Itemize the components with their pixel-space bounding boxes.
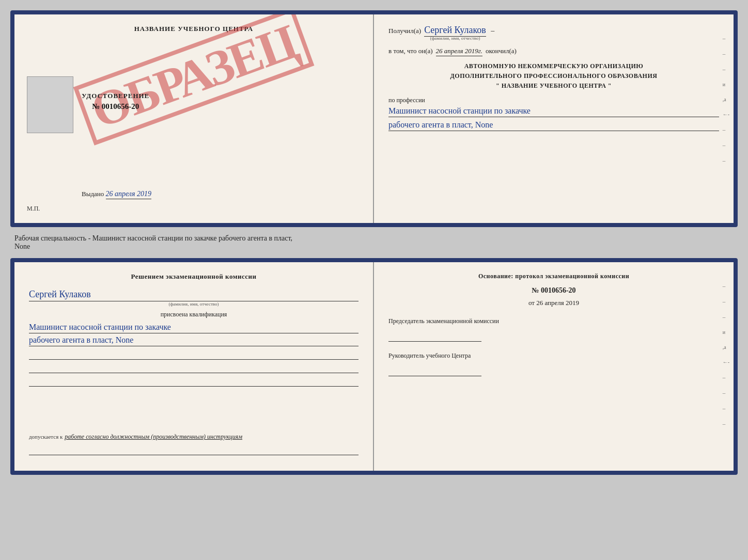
- ot-date-value: 26 апреля 2019: [536, 299, 579, 307]
- bottom-doc-left: Решением экзаменационной комиссии Сергей…: [14, 262, 374, 471]
- stamp-overlay: ОБРАЗЕЦ: [73, 14, 315, 146]
- top-doc-title: НАЗВАНИЕ УЧЕБНОГО ЦЕНТРА: [27, 25, 361, 33]
- dopuskaetsya-blank-line: [29, 445, 359, 455]
- middle-text-line1: Рабочая специальность - Машинист насосно…: [14, 234, 292, 242]
- bottom-fio-hint: (фамилия, имя, отчество): [29, 301, 359, 307]
- okoncil-text: окончил(а): [486, 47, 517, 55]
- vydano-line: Выдано 26 апреля 2019: [82, 190, 151, 198]
- blank-line-1: [29, 349, 359, 360]
- org-line1: АВТОНОМНУЮ НЕКОММЕРЧЕСКУЮ ОРГАНИЗАЦИЮ: [388, 61, 719, 71]
- protocol-num: № 0010656-20: [388, 286, 719, 295]
- dopuskaetsya-prefix: допускается к: [29, 434, 63, 440]
- udostoverenie-block: УДОСТОВЕРЕНИЕ № 0010656-20: [82, 92, 149, 111]
- org-name: " НАЗВАНИЕ УЧЕБНОГО ЦЕНТРА ": [388, 81, 719, 91]
- top-document: НАЗВАНИЕ УЧЕБНОГО ЦЕНТРА ОБРАЗЕЦ УДОСТОВ…: [10, 10, 738, 227]
- poluchil-line: Получил(а) Сергей Кулаков (фамилия, имя,…: [388, 25, 719, 41]
- blank-line-3: [29, 376, 359, 387]
- chairman-sig-line: [388, 329, 481, 342]
- dash-separator: –: [489, 27, 495, 35]
- vtom-date: 26 апреля 2019г.: [436, 47, 482, 56]
- photo-placeholder: [27, 76, 73, 133]
- poluchil-label: Получил(а): [388, 27, 421, 35]
- profession-line1: Машинист насосной станции по закачке: [388, 106, 719, 117]
- blank-lines: [29, 349, 359, 387]
- prisvoena-text: присвоена квалификация: [29, 311, 359, 318]
- rukovoditel-block: Руководитель учебного Центра: [388, 352, 719, 376]
- rukovoditel-label: Руководитель учебного Центра: [388, 352, 719, 360]
- kvalif-line1: Машинист насосной станции по закачке: [29, 323, 359, 333]
- bottom-doc-right: Основание: протокол экзаменационной коми…: [374, 262, 734, 471]
- vtom-label: в том, что он(а): [388, 47, 433, 55]
- mp-label: М.П.: [27, 205, 40, 213]
- rukovoditel-sig-line: [388, 364, 481, 376]
- right-edge-lines: – – – и ,а ←- – – –: [723, 35, 729, 164]
- middle-text-line2: None: [14, 243, 30, 250]
- page-wrapper: НАЗВАНИЕ УЧЕБНОГО ЦЕНТРА ОБРАЗЕЦ УДОСТОВ…: [10, 10, 738, 475]
- dopuskaetsya-line: допускается к работе согласно должностны…: [29, 431, 359, 441]
- dopuskaetsya-block: допускается к работе согласно должностны…: [29, 431, 359, 458]
- chairman-block: Председатель экзаменационной комиссии: [388, 317, 719, 342]
- org-line2: ДОПОЛНИТЕЛЬНОГО ПРОФЕССИОНАЛЬНОГО ОБРАЗО…: [388, 71, 719, 81]
- fio-hint: (фамилия, имя, отчество): [424, 36, 486, 41]
- top-doc-left: НАЗВАНИЕ УЧЕБНОГО ЦЕНТРА ОБРАЗЕЦ УДОСТОВ…: [14, 14, 374, 223]
- osnovanie-text: Основание: протокол экзаменационной коми…: [388, 273, 719, 280]
- po-professii-label: по профессии: [388, 97, 719, 104]
- vtom-line: в том, что он(а) 26 апреля 2019г. окончи…: [388, 47, 719, 56]
- resheniem-text: Решением экзаменационной комиссии: [29, 273, 359, 281]
- profession-line2: рабочего агента в пласт, None: [388, 120, 719, 131]
- dopuskaetsya-text: работе согласно должностным (производств…: [65, 433, 242, 440]
- bottom-document: Решением экзаменационной комиссии Сергей…: [10, 258, 738, 475]
- blank-line-2: [29, 363, 359, 373]
- bottom-fio-block: Сергей Кулаков (фамилия, имя, отчество): [29, 289, 359, 307]
- org-block: АВТОНОМНУЮ НЕКОММЕРЧЕСКУЮ ОРГАНИЗАЦИЮ ДО…: [388, 61, 719, 91]
- right-edge-lines-bottom: – – – и ,а ←- – – – –: [723, 283, 729, 427]
- recipient-fio: Сергей Кулаков: [424, 25, 486, 37]
- vydano-date: 26 апреля 2019: [106, 190, 151, 199]
- udostoverenie-title: УДОСТОВЕРЕНИЕ: [82, 92, 149, 100]
- middle-text: Рабочая специальность - Машинист насосно…: [10, 231, 738, 254]
- ot-label: от: [528, 299, 535, 307]
- vydano-label: Выдано: [82, 190, 104, 198]
- kvalif-line2: рабочего агента в пласт, None: [29, 335, 359, 346]
- top-doc-right: Получил(а) Сергей Кулаков (фамилия, имя,…: [374, 14, 734, 223]
- chairman-label: Председатель экзаменационной комиссии: [388, 317, 719, 325]
- udostoverenie-num: № 0010656-20: [82, 102, 149, 111]
- bottom-fio: Сергей Кулаков: [29, 289, 359, 301]
- ot-date: от 26 апреля 2019: [388, 299, 719, 307]
